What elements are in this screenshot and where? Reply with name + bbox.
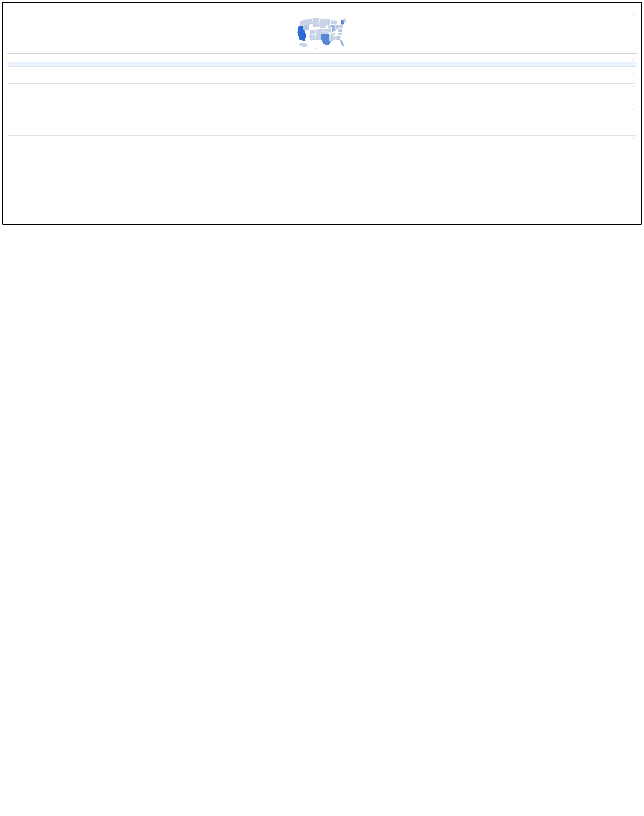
svg-point-3 <box>632 59 635 61</box>
tile-title <box>8 12 636 14</box>
svg-point-4 <box>632 74 635 75</box>
progress-bar <box>8 62 636 66</box>
divider <box>7 8 637 8</box>
tile-orders-this-month <box>7 57 637 67</box>
delta-up-icon: ▲ <box>321 75 323 77</box>
tile-users-over-time <box>7 107 637 131</box>
svg-point-1 <box>314 48 314 49</box>
tile-users-by-state <box>7 12 637 52</box>
orders-by-month-table <box>8 86 636 89</box>
tile-gear-icon[interactable] <box>632 137 635 140</box>
tile-title <box>8 84 636 86</box>
svg-point-2 <box>315 48 316 49</box>
svg-point-6 <box>632 109 635 111</box>
tile-orders-by-month <box>7 83 637 102</box>
single-value <box>8 57 636 61</box>
tile-gear-icon[interactable] <box>632 73 635 75</box>
col-orders[interactable] <box>190 86 636 89</box>
tile-sales-by-state-category <box>7 135 637 140</box>
col-created-month[interactable] <box>12 86 190 89</box>
svg-point-7 <box>632 137 635 140</box>
tile-gear-icon[interactable] <box>632 108 635 111</box>
us-map <box>8 14 636 52</box>
tile-gear-icon[interactable] <box>632 59 635 61</box>
compare-line: ▲ <box>8 74 636 78</box>
divider <box>7 103 637 103</box>
tile-order-items-this-month: ▲ <box>7 71 637 79</box>
tile-gear-icon[interactable] <box>632 13 635 16</box>
svg-point-0 <box>313 48 313 48</box>
tile-title <box>8 107 636 109</box>
tile-title <box>9 136 635 138</box>
svg-point-5 <box>632 86 635 87</box>
users-chart <box>8 109 636 129</box>
legend <box>8 129 636 130</box>
single-value <box>8 72 636 74</box>
tile-gear-icon[interactable] <box>632 85 635 87</box>
